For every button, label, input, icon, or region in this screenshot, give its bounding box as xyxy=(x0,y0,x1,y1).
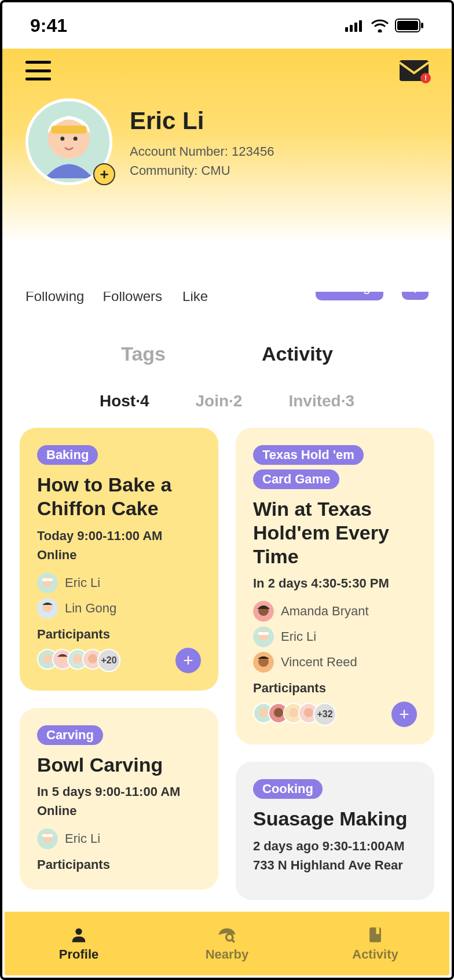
svg-point-24 xyxy=(73,654,82,663)
tab-tags[interactable]: Tags xyxy=(116,339,170,369)
svg-point-38 xyxy=(259,709,268,718)
card-location: Online xyxy=(37,801,201,820)
hamburger-menu-icon[interactable] xyxy=(25,61,51,80)
tab-activity[interactable]: Activity xyxy=(257,339,338,369)
svg-rect-6 xyxy=(421,23,423,28)
participants-stack: +32 xyxy=(253,703,336,726)
card-location: Online xyxy=(37,545,201,564)
card-bake[interactable]: Baking How to Bake a Chiffon Cake Today … xyxy=(20,428,218,691)
card-location: 733 N Highland Ave Rear xyxy=(253,856,417,875)
cellular-icon xyxy=(345,19,365,32)
nav-activity[interactable]: Activity xyxy=(301,912,449,975)
nav-profile[interactable]: Profile xyxy=(5,912,153,975)
nav-activity-label: Activity xyxy=(352,947,398,962)
svg-rect-49 xyxy=(376,927,379,934)
subtab-host[interactable]: Host·4 xyxy=(100,392,149,410)
card-host-name: Amanda Bryant xyxy=(281,604,369,619)
activity-icon xyxy=(365,925,385,945)
mail-icon[interactable]: ! xyxy=(400,60,429,81)
battery-icon xyxy=(395,19,424,32)
profile-icon xyxy=(69,925,89,945)
profile-avatar[interactable]: + xyxy=(25,98,112,185)
svg-rect-29 xyxy=(42,834,53,837)
svg-point-28 xyxy=(42,832,53,843)
avatar-icon xyxy=(37,828,58,849)
avatar-icon xyxy=(253,601,274,622)
subtab-invited[interactable]: Invited·3 xyxy=(288,392,354,410)
card-title: Win at Texas Hold'em Every Time xyxy=(253,497,417,568)
profile-account-number: Account Number: 123456 xyxy=(130,142,274,161)
card-cooking[interactable]: Cooking Suasage Making 2 days ago 9:30-1… xyxy=(236,762,434,900)
avatar-icon xyxy=(253,626,274,647)
card-time: 2 days ago 9:30-11:00AM xyxy=(253,836,417,856)
svg-point-33 xyxy=(258,630,269,641)
card-host: Vincent Reed xyxy=(253,652,417,673)
svg-rect-2 xyxy=(354,23,357,32)
card-title: Bowl Carving xyxy=(37,753,201,777)
tabs: Tags Activity xyxy=(2,339,452,369)
svg-rect-0 xyxy=(345,27,348,32)
svg-point-45 xyxy=(75,928,82,935)
card-tag: Texas Hold 'em xyxy=(253,445,364,465)
card-host: Lin Gong xyxy=(37,598,201,619)
participants-label: Participants xyxy=(37,857,201,872)
add-participant-button[interactable]: + xyxy=(391,702,417,727)
participants-label: Participants xyxy=(37,627,201,642)
svg-point-20 xyxy=(43,654,52,663)
card-host-name: Eric Li xyxy=(281,629,316,644)
card-host: Amanda Bryant xyxy=(253,601,417,622)
card-host-name: Eric Li xyxy=(65,575,100,590)
participants-label: Participants xyxy=(253,681,417,696)
status-bar: 9:41 xyxy=(2,2,452,49)
bottom-nav: Profile Nearby Activity xyxy=(5,912,449,975)
nav-nearby[interactable]: Nearby xyxy=(153,912,301,975)
svg-point-11 xyxy=(60,137,64,141)
svg-rect-3 xyxy=(359,20,362,32)
card-tag: Cooking xyxy=(253,779,323,799)
card-poker[interactable]: Texas Hold 'em Card Game Win at Texas Ho… xyxy=(236,428,434,744)
avatar-add-button[interactable]: + xyxy=(93,163,115,185)
svg-rect-1 xyxy=(350,25,353,32)
wifi-icon xyxy=(371,19,389,32)
nav-nearby-label: Nearby xyxy=(206,947,249,962)
activity-cards: Baking How to Bake a Chiffon Cake Today … xyxy=(2,410,452,900)
profile-community: Community: CMU xyxy=(130,161,274,180)
card-host-name: Lin Gong xyxy=(65,601,116,616)
card-host-name: Vincent Reed xyxy=(281,655,357,670)
participants-more: +20 xyxy=(97,649,120,672)
svg-point-26 xyxy=(88,654,97,663)
svg-point-40 xyxy=(274,709,283,718)
mail-alert-badge: ! xyxy=(420,73,431,83)
card-tag: Carving xyxy=(37,725,103,745)
card-host: Eric Li xyxy=(253,626,417,647)
svg-rect-10 xyxy=(51,126,87,134)
svg-point-42 xyxy=(289,709,298,718)
status-icons xyxy=(345,19,424,32)
card-time: In 2 days 4:30-5:30 PM xyxy=(253,574,417,593)
card-tag: Card Game xyxy=(253,469,339,489)
svg-point-46 xyxy=(226,934,233,941)
svg-rect-34 xyxy=(258,632,269,635)
subtab-join[interactable]: Join·2 xyxy=(196,392,243,410)
nearby-icon xyxy=(217,925,237,945)
participants-stack: +20 xyxy=(37,649,120,672)
nav-profile-label: Profile xyxy=(59,947,98,962)
svg-line-47 xyxy=(232,940,235,942)
card-carving[interactable]: Carving Bowl Carving In 5 days 9:00-11:0… xyxy=(20,708,218,890)
header-area: ! + Eric Li Account Number: 123456 xyxy=(2,49,452,292)
card-host: Eric Li xyxy=(37,828,201,849)
card-host: Eric Li xyxy=(37,572,201,593)
svg-point-12 xyxy=(74,137,78,141)
svg-point-15 xyxy=(42,577,53,587)
subtabs: Host·4 Join·2 Invited·3 xyxy=(2,392,452,410)
status-time: 9:41 xyxy=(30,15,67,36)
card-time: Today 9:00-11:00 AM xyxy=(37,526,201,545)
profile-name: Eric Li xyxy=(130,107,274,135)
avatar-icon xyxy=(37,598,58,619)
participants-more: +32 xyxy=(313,703,336,726)
svg-point-44 xyxy=(304,709,313,718)
card-tag: Baking xyxy=(37,445,98,465)
avatar-icon xyxy=(37,572,58,593)
add-participant-button[interactable]: + xyxy=(175,648,201,673)
card-title: How to Bake a Chiffon Cake xyxy=(37,473,201,520)
